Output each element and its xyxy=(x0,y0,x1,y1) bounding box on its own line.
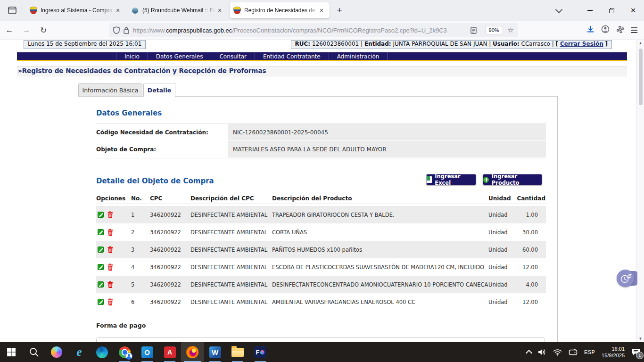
webpage: Lunes 15 de Septiembre del 2025 16:01 RU… xyxy=(0,40,636,342)
windows-taskbar: e O A W F ESP 16:0115/9/2025 xyxy=(0,342,644,362)
detalle-objeto-heading: Detalle del Objeto de Compra xyxy=(96,177,214,185)
row-number: 5 xyxy=(131,281,150,288)
edit-row-button[interactable] xyxy=(98,263,104,271)
delete-row-button[interactable] xyxy=(107,263,113,271)
outlook-icon: O xyxy=(141,346,153,358)
url-bar[interactable]: https://www.compraspublicas.gob.ec/Proce… xyxy=(109,23,518,37)
tracking-shield-icon[interactable] xyxy=(113,26,120,34)
ingresar-producto-button[interactable]: Ingresar Producto xyxy=(483,174,542,185)
nav-datos-generales[interactable]: Datos Generales xyxy=(148,52,212,60)
tab-close-icon[interactable]: × xyxy=(317,6,326,15)
forward-button[interactable]: → xyxy=(19,23,34,37)
restore-button[interactable] xyxy=(601,1,622,20)
tray-wifi[interactable] xyxy=(550,342,565,362)
delete-row-button[interactable] xyxy=(107,211,113,218)
tray-language[interactable]: ESP xyxy=(581,342,598,362)
taskbar-word[interactable]: W xyxy=(204,342,226,362)
taskbar-edge[interactable] xyxy=(91,342,113,362)
row-cpc-desc: DESINFECTANTE AMBIENTAL xyxy=(190,229,272,236)
tray-volume[interactable] xyxy=(535,342,550,362)
taskbar-file-explorer[interactable] xyxy=(226,342,249,362)
tray-connect[interactable] xyxy=(565,342,581,362)
divider xyxy=(22,5,22,16)
taskbar-firefox[interactable] xyxy=(181,342,204,362)
taskbar-internet-explorer[interactable]: e xyxy=(68,342,91,362)
edit-row-button[interactable] xyxy=(98,281,104,288)
taskbar-acrobat[interactable]: A xyxy=(158,342,181,362)
back-button[interactable]: ← xyxy=(2,23,17,37)
bookmark-star-icon[interactable]: ☆ xyxy=(508,26,514,34)
vertical-scrollbar[interactable]: ▲ ▼ xyxy=(636,40,644,342)
tab-close-icon[interactable]: × xyxy=(114,6,122,15)
chevron-up-icon xyxy=(526,349,532,356)
reload-button[interactable]: ↻ xyxy=(36,23,51,37)
edit-row-button[interactable] xyxy=(98,298,104,305)
nav-consultar[interactable]: Consultar xyxy=(211,52,255,60)
tray-show-hidden-icons[interactable] xyxy=(523,342,535,362)
start-button[interactable] xyxy=(0,342,23,362)
main-navigation: Inicio Datos Generales Consultar Entidad… xyxy=(17,52,627,61)
minimize-button[interactable] xyxy=(579,1,601,20)
taskbar-chrome[interactable] xyxy=(113,342,136,362)
codigo-necesidad-value: NIC-1260023860001-2025-00045 xyxy=(228,124,546,140)
ingresar-producto-label: Ingresar Producto xyxy=(492,173,542,186)
taskbar-copilot[interactable] xyxy=(45,342,68,362)
tab-informacion-basica[interactable]: Información Básica xyxy=(78,83,142,96)
chrome-icon xyxy=(119,346,131,358)
edit-row-button[interactable] xyxy=(98,211,104,218)
firefox-view-button[interactable] xyxy=(5,4,20,17)
tray-notifications[interactable]: 1 xyxy=(628,342,644,362)
dg-row: Objeto de Compra: MATERIALES ASEO PARA L… xyxy=(96,141,546,157)
f-app-glyph: F xyxy=(256,349,260,356)
nav-entidad-contratante[interactable]: Entidad Contratante xyxy=(255,52,329,60)
edit-row-button[interactable] xyxy=(98,229,104,236)
tab-detalle[interactable]: Detalle xyxy=(143,83,175,97)
taskbar-search-button[interactable] xyxy=(23,342,45,362)
floating-widget[interactable] xyxy=(617,270,637,287)
excel-file-icon xyxy=(427,176,432,183)
reader-mode-icon[interactable] xyxy=(471,27,477,34)
tray-clock[interactable]: 16:0115/9/2025 xyxy=(598,342,628,362)
usuario-label: Usuario: xyxy=(493,41,520,47)
delete-row-button[interactable] xyxy=(107,298,113,305)
nav-inicio[interactable]: Inicio xyxy=(116,52,148,60)
logout-link[interactable]: Cerrar Sesión xyxy=(560,41,603,47)
datos-generales-rows: Código Necesidad de Contratación: NIC-12… xyxy=(96,123,546,158)
tab-ingreso-sistema[interactable]: Ingreso al Sistema - Compras P × xyxy=(26,2,126,18)
site-datetime: Lunes 15 de Septiembre del 2025 16:01 xyxy=(24,40,146,49)
delete-row-button[interactable] xyxy=(107,229,113,236)
row-cantidad: 12.00 xyxy=(514,264,546,271)
edit-row-button[interactable] xyxy=(98,246,104,253)
nav-administracion[interactable]: Administración xyxy=(329,52,388,60)
zoom-level-badge[interactable]: 90% xyxy=(485,26,503,34)
list-all-tabs-button[interactable] xyxy=(551,3,567,17)
downloads-button[interactable] xyxy=(586,25,594,35)
chevron-down-icon xyxy=(555,6,562,13)
delete-row-button[interactable] xyxy=(107,246,113,253)
tab-roundcube-webmail[interactable]: (5) Roundcube Webmail :: Entra × xyxy=(128,2,228,18)
plus-circle-icon xyxy=(483,177,489,183)
firefox-icon xyxy=(186,346,198,358)
extensions-puzzle-icon[interactable] xyxy=(616,25,624,35)
menu-hamburger-icon[interactable] xyxy=(631,27,637,33)
ingresar-excel-button[interactable]: Ingresar Excel xyxy=(426,174,476,185)
scrollbar-thumb[interactable] xyxy=(639,49,643,105)
taskbar-f-app[interactable]: F xyxy=(249,342,272,362)
row-producto: PAÑITOS HUMEDOS x100 pañitos xyxy=(272,247,488,253)
scroll-up-arrow[interactable]: ▲ xyxy=(639,40,643,47)
new-tab-button[interactable]: + xyxy=(332,3,347,17)
taskbar-outlook[interactable]: O xyxy=(136,342,158,362)
entidad-value: JUNTA PARROQUIAL DE SAN JUAN xyxy=(393,41,487,47)
notification-count-badge: 1 xyxy=(636,352,644,359)
separator: | xyxy=(552,41,554,47)
lock-icon[interactable] xyxy=(124,27,129,34)
tab-close-icon[interactable]: × xyxy=(215,6,224,15)
table-row: 2 346200922 DESINFECTANTE AMBIENTAL CORT… xyxy=(96,223,546,241)
minimize-icon xyxy=(587,10,593,11)
account-button[interactable] xyxy=(601,25,610,35)
delete-row-button[interactable] xyxy=(107,281,113,288)
tab-registro-necesidades[interactable]: Registro de Necesidades de Co × xyxy=(230,2,330,18)
scroll-down-arrow[interactable]: ▼ xyxy=(639,336,643,342)
row-cpc: 346200922 xyxy=(150,247,190,253)
close-window-button[interactable]: × xyxy=(622,1,644,20)
